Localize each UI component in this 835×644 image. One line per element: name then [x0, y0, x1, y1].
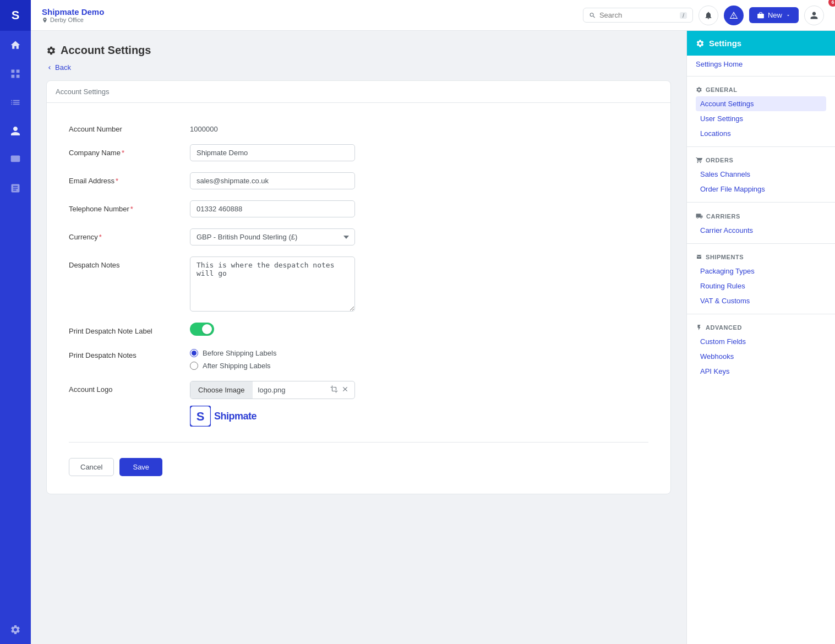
print-despatch-notes-row: Print Despatch Notes Before Shipping Lab…	[69, 347, 648, 370]
despatch-notes-label: Despatch Notes	[69, 256, 179, 269]
rs-link-order-file-mappings[interactable]: Order File Mappings	[696, 182, 826, 197]
shipments-section-icon	[696, 254, 702, 260]
choose-image-button[interactable]: Choose Image	[190, 381, 253, 399]
sidebar-item-shipments[interactable]	[0, 145, 31, 174]
rs-section-general-title: GENERAL	[696, 86, 826, 93]
currency-label: Currency*	[69, 228, 179, 241]
telephone-row: Telephone Number*	[69, 200, 648, 217]
content-area: Account Settings Back Account Settings A…	[31, 31, 835, 644]
rs-section-general: GENERAL Account Settings User Settings L…	[687, 80, 835, 143]
new-chevron-icon	[785, 13, 791, 18]
sidebar-item-users[interactable]	[0, 117, 31, 145]
user-menu-button[interactable]	[804, 6, 824, 25]
rs-link-sales-channels[interactable]: Sales Channels	[696, 167, 826, 182]
new-button[interactable]: New	[749, 7, 799, 23]
sidebar-item-grid[interactable]	[0, 59, 31, 88]
radio-group: Before Shipping Labels After Shipping La…	[190, 347, 276, 370]
sidebar-item-reports[interactable]	[0, 174, 31, 203]
settings-card: Account Settings Account Number 1000000 …	[46, 80, 671, 494]
navbar-brand: Shipmate Demo Derby Office	[42, 7, 576, 23]
settings-sidebar-header: Settings	[687, 31, 835, 56]
rs-link-routing-rules[interactable]: Routing Rules	[696, 279, 826, 293]
rs-divider-3	[687, 243, 835, 244]
bell-icon	[704, 11, 713, 20]
rs-link-custom-fields[interactable]: Custom Fields	[696, 334, 826, 349]
rs-link-packaging-types[interactable]: Packaging Types	[696, 264, 826, 279]
account-number-row: Account Number 1000000	[69, 121, 648, 133]
svg-rect-1	[757, 14, 764, 18]
rs-top-divider	[687, 76, 835, 77]
rs-link-account-settings[interactable]: Account Settings	[696, 96, 826, 111]
rs-link-vat-customs[interactable]: VAT & Customs	[696, 293, 826, 308]
despatch-notes-textarea[interactable]: This is where the despatch notes will go	[190, 256, 355, 312]
save-button[interactable]: Save	[119, 458, 162, 476]
telephone-required: *	[130, 205, 133, 213]
navbar-location: Derby Office	[42, 17, 576, 23]
radio-before-input[interactable]	[190, 349, 198, 357]
advanced-section-icon	[696, 324, 702, 331]
app-logo[interactable]: S	[0, 0, 31, 31]
currency-required: *	[99, 233, 102, 241]
navbar-app-name: Shipmate Demo	[42, 7, 576, 17]
radio-after-input[interactable]	[190, 362, 198, 370]
back-link[interactable]: Back	[46, 63, 671, 72]
telephone-label: Telephone Number*	[69, 200, 179, 213]
radio-after[interactable]: After Shipping Labels	[190, 362, 276, 370]
rs-section-carriers-title: CARRIERS	[696, 212, 826, 220]
remove-icon[interactable]	[341, 385, 349, 395]
rs-link-api-keys[interactable]: API Keys	[696, 364, 826, 379]
account-logo-row: Account Logo Choose Image logo.png	[69, 381, 648, 427]
form-footer: Cancel Save	[69, 458, 648, 476]
account-number-value: 1000000	[190, 121, 218, 133]
new-icon	[757, 12, 765, 19]
company-name-required: *	[122, 149, 124, 157]
currency-select[interactable]: GBP - British Pound Sterling (£)	[190, 228, 355, 245]
cancel-button[interactable]: Cancel	[69, 458, 114, 476]
file-upload-row: Choose Image logo.png	[190, 381, 355, 399]
top-navbar: Shipmate Demo Derby Office / 6 New	[31, 0, 835, 31]
back-chevron-icon	[46, 64, 53, 71]
crop-icon[interactable]	[330, 385, 338, 395]
sidebar-item-orders[interactable]	[0, 88, 31, 117]
sidebar-item-home[interactable]	[0, 31, 31, 59]
alert-badge: 6	[828, 0, 835, 7]
page-header: Account Settings	[46, 44, 671, 57]
svg-text:S: S	[197, 410, 205, 423]
rs-section-advanced: ADVANCED Custom Fields Webhooks API Keys	[687, 318, 835, 381]
email-row: Email Address*	[69, 172, 648, 189]
search-bar[interactable]: /	[583, 8, 693, 23]
page-title: Account Settings	[61, 44, 151, 57]
rs-link-user-settings[interactable]: User Settings	[696, 111, 826, 126]
card-body: Account Number 1000000 Company Name* Ema	[47, 103, 670, 494]
notifications-button[interactable]	[698, 6, 718, 25]
rs-link-locations[interactable]: Locations	[696, 126, 826, 141]
card-header: Account Settings	[47, 81, 670, 103]
logo-upload-area: Choose Image logo.png	[190, 381, 355, 427]
alert-icon	[729, 11, 738, 20]
rs-link-webhooks[interactable]: Webhooks	[696, 349, 826, 364]
search-icon	[589, 12, 596, 19]
search-input[interactable]	[599, 11, 676, 19]
company-name-row: Company Name*	[69, 144, 648, 161]
sidebar-item-settings[interactable]	[0, 615, 31, 644]
account-number-label: Account Number	[69, 121, 179, 133]
company-name-input[interactable]	[190, 144, 355, 161]
rs-link-carrier-accounts[interactable]: Carrier Accounts	[696, 223, 826, 238]
alert-button[interactable]: 6	[724, 6, 744, 25]
rs-divider-2	[687, 202, 835, 203]
radio-before[interactable]: Before Shipping Labels	[190, 349, 276, 357]
settings-home-link[interactable]: Settings Home	[687, 56, 835, 73]
email-input[interactable]	[190, 172, 355, 189]
right-sidebar: Settings Settings Home GENERAL Account S…	[686, 31, 835, 644]
print-despatch-toggle[interactable]	[190, 323, 214, 336]
page-title-icon	[46, 46, 56, 56]
rs-section-orders-title: ORDERS	[696, 157, 826, 163]
despatch-notes-row: Despatch Notes This is where the despatc…	[69, 256, 648, 312]
company-name-label: Company Name*	[69, 144, 179, 157]
toggle-slider	[190, 323, 214, 336]
email-required: *	[116, 177, 118, 185]
rs-section-shipments-title: SHIPMENTS	[696, 254, 826, 260]
email-label: Email Address*	[69, 172, 179, 185]
telephone-input[interactable]	[190, 200, 355, 217]
user-avatar-icon	[810, 11, 818, 20]
